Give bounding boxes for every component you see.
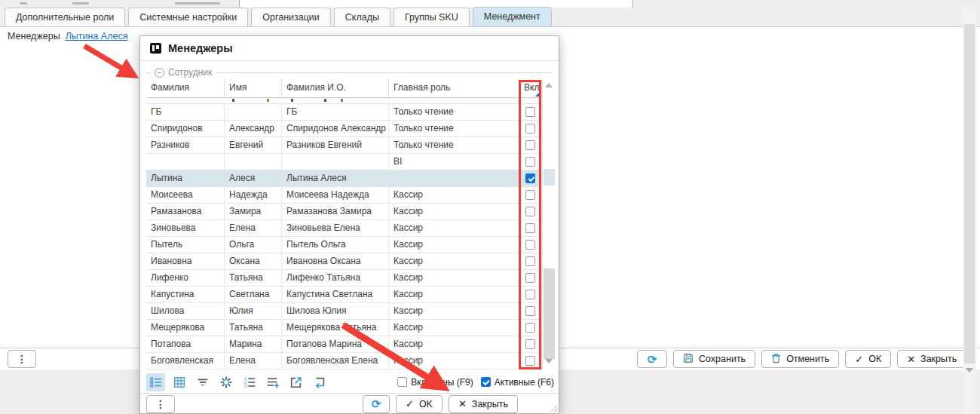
main-menu-button[interactable]: ⋮ (8, 350, 36, 368)
main-footer-buttons: ⟳ Сохранить Отменить ✓ ОК ✕ Закрыть (637, 350, 966, 368)
table-row[interactable]: МещеряковаТатьянаМещерякова ТатьянаКасси… (146, 320, 542, 336)
table-row[interactable]: РамазановаЗамираРамазанова ЗамираКассир (146, 204, 542, 220)
save-floppy-icon (683, 353, 694, 366)
cell-full: Пытель Ольга (282, 237, 389, 253)
save-button[interactable]: Сохранить (673, 350, 755, 368)
tab-5[interactable]: Менеджмент (473, 7, 552, 26)
cell-role: Кассир (389, 270, 519, 287)
cell-last: Лифенко (146, 270, 225, 287)
table-scroll-down-icon[interactable] (545, 359, 553, 363)
cell-last: Капустина (146, 287, 225, 303)
cell-first: Светлана (225, 287, 282, 303)
table-row[interactable]: КапустинаСветланаКапустина СветланаКасси… (146, 287, 542, 303)
cell-full (282, 154, 389, 170)
table-row[interactable]: МоисееваНадеждаМоисеева НадеждаКассир (146, 187, 542, 204)
grid-view-icon[interactable] (170, 373, 188, 391)
tab-3[interactable]: Склады (334, 8, 390, 26)
reload-grid-icon[interactable] (310, 373, 329, 391)
export-icon[interactable] (286, 373, 305, 391)
table-row[interactable]: BI (146, 154, 542, 170)
cell-last: ГБ (146, 104, 225, 121)
table-filters: Включены (F9) Активные (F6) (397, 377, 559, 388)
column-header-firstname[interactable]: Имя (225, 79, 282, 97)
svg-text:3: 3 (243, 384, 246, 388)
table-row[interactable]: БогоявленскаяЕленаБогоявленская ЕленаКас… (146, 353, 542, 370)
table-row[interactable]: ЛифенкоТатьянаЛифенко ТатьянаКассир (146, 270, 542, 287)
table-toolbar: 123 Включены (F9) Активные (F6) (140, 371, 559, 393)
tab-0[interactable]: Дополнительные роли (5, 8, 125, 26)
cell-last: Лытина (146, 170, 225, 187)
cell-last: Потапова (146, 336, 225, 353)
table-row[interactable]: ИвановнаОксанаИвановна ОксанаКассир (146, 253, 542, 270)
clipped-text-input[interactable] (239, 0, 633, 8)
table-scroll-up-icon[interactable] (545, 83, 553, 87)
included-checkbox[interactable] (397, 377, 407, 387)
table-row[interactable]: ГБГБТолько чтение (146, 104, 542, 121)
dialog-ok-button[interactable]: ✓ OK (396, 395, 443, 413)
dialog-close-button[interactable]: ✕ Закрыть (449, 395, 518, 413)
collapse-group-icon[interactable]: − (155, 68, 164, 78)
column-header-role[interactable]: Главная роль (389, 79, 519, 97)
dialog-refresh-button[interactable]: ⟳ (363, 395, 390, 413)
cell-role: Кассир (389, 287, 519, 303)
cell-last: Шилова (146, 303, 225, 320)
cell-last: Мещерякова (146, 320, 225, 336)
ok-button[interactable]: ✓ ОК (845, 350, 891, 368)
table-row[interactable]: РазниковЕвгенийРазников ЕвгенийТолько чт… (146, 137, 542, 154)
active-checkbox[interactable] (481, 377, 491, 387)
close-x-icon: ✕ (907, 354, 915, 364)
table-row[interactable]: ЗиновьеваЕленаЗиновьева ЕленаКассир (146, 220, 542, 237)
filter-included[interactable]: Включены (F9) (397, 377, 473, 388)
main-vertical-scrollbar[interactable] (963, 8, 976, 414)
tab-4[interactable]: Группы SKU (394, 8, 470, 26)
cell-full: Шилова Юлия (282, 303, 389, 320)
cell-first: Елена (225, 353, 282, 370)
refresh-button[interactable]: ⟳ (637, 350, 667, 368)
cell-first: Оксана (225, 253, 282, 270)
dialog-menu-button[interactable]: ⋮ (146, 395, 175, 413)
selection-position-marker (544, 169, 555, 186)
cell-full: Капустина Светлана (282, 287, 389, 303)
cell-role: Только чтение (389, 104, 519, 121)
ok-button-label: ОК (868, 354, 881, 364)
numbered-list-icon[interactable]: 123 (240, 373, 259, 391)
add-row-icon[interactable] (263, 373, 282, 391)
tab-1[interactable]: Системные настройки (128, 8, 248, 26)
cell-first: Татьяна (225, 320, 282, 336)
cell-full: Разников Евгений (282, 137, 389, 154)
cell-first: Замира (225, 204, 282, 220)
column-header-lastname[interactable]: Фамилия (146, 79, 225, 97)
table-row[interactable]: ШиловаЮлияШилова ЮлияКассир (146, 303, 542, 320)
dialog-footer: ⋮ ⟳ ✓ OK ✕ Закрыть (140, 393, 559, 414)
filter-active[interactable]: Активные (F6) (481, 377, 554, 388)
table-row[interactable]: СпиридоновАлександрСпиридонов АлександрТ… (146, 121, 542, 137)
cell-role: Кассир (389, 353, 519, 370)
filter-icon[interactable] (193, 373, 212, 391)
tab-2[interactable]: Организации (251, 8, 331, 26)
cell-role: Кассир (389, 253, 519, 270)
cell-full: ГБ (282, 104, 389, 121)
cell-first (225, 104, 282, 121)
cell-last: Рамазанова (146, 204, 225, 220)
cell-role: Только чтение (389, 121, 519, 137)
managers-value-link[interactable]: Лытина Алеся (66, 31, 128, 41)
list-view-icon[interactable] (146, 373, 165, 391)
table-row[interactable]: ЛытинаАлесяЛытина Алеся (146, 170, 542, 187)
cell-full: Моисеева Надежда (282, 187, 389, 204)
managers-field-label: Менеджеры (8, 31, 60, 41)
settings-gear-icon[interactable] (216, 373, 235, 391)
table-row[interactable]: ПотаповаМаринаПотапова МаринаКассир (146, 336, 542, 353)
close-button[interactable]: ✕ Закрыть (897, 350, 966, 368)
cell-first: Евгений (225, 137, 282, 154)
table-scrollbar-thumb[interactable] (544, 268, 555, 359)
cancel-button-label: Отменить (786, 354, 829, 364)
table-row[interactable]: ПытельОльгаПытель ОльгаКассир (146, 237, 542, 253)
cell-role: Кассир (389, 220, 519, 237)
cell-last (146, 154, 225, 170)
column-header-fullname[interactable]: Фамилия И.О. (282, 79, 389, 97)
cancel-button[interactable]: Отменить (761, 350, 839, 368)
scrollbar-thumb[interactable] (964, 24, 975, 363)
cell-full: Лифенко Татьяна (282, 270, 389, 287)
table-vertical-scrollbar[interactable] (542, 79, 555, 368)
scrollbar-down-arrow-icon[interactable] (966, 368, 973, 373)
